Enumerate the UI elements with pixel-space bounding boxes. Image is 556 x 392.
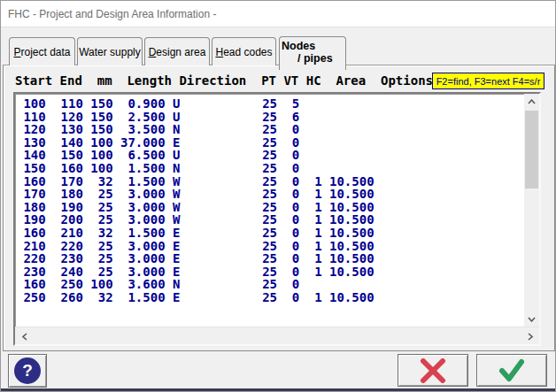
tab-head-codes[interactable]: Head codes bbox=[212, 37, 276, 65]
grid-row[interactable]: 110 120 150 2.500 U 25 6 bbox=[16, 111, 521, 124]
grid-row[interactable]: 160 250 100 3.600 N 25 0 bbox=[16, 278, 521, 291]
function-key-hint: F2=find, F3=next F4=s/r bbox=[432, 73, 544, 89]
cancel-button[interactable] bbox=[398, 354, 468, 387]
tab-design-area[interactable]: Design area bbox=[144, 37, 210, 65]
tab-project-data[interactable]: Project data bbox=[9, 37, 75, 65]
vertical-scrollbar[interactable] bbox=[524, 94, 539, 327]
tab-label: Head codes bbox=[215, 46, 272, 58]
scroll-left-icon[interactable] bbox=[17, 327, 32, 345]
grid-row[interactable]: 160 210 32 1.500 E 25 0 1 10.500 bbox=[16, 227, 521, 240]
tab-label: Project data bbox=[13, 46, 70, 58]
tab-water-supply[interactable]: Water supply bbox=[77, 37, 143, 65]
grid-row[interactable]: 160 170 32 1.500 W 25 0 1 10.500 bbox=[16, 175, 521, 188]
grid-row[interactable]: 250 260 32 1.500 E 25 0 1 10.500 bbox=[16, 291, 521, 304]
horizontal-scrollbar[interactable] bbox=[15, 327, 539, 344]
help-icon: ? bbox=[14, 357, 41, 384]
grid-row[interactable]: 100 110 150 0.900 U 25 5 bbox=[16, 97, 521, 111]
tab-label-line2: / pipes bbox=[282, 52, 342, 65]
ok-button[interactable] bbox=[476, 354, 547, 387]
scroll-up-icon[interactable] bbox=[524, 94, 539, 109]
grid-row[interactable]: 170 180 25 3.000 W 25 0 1 10.500 bbox=[16, 188, 521, 201]
grid-row[interactable]: 150 160 100 1.500 N 25 0 bbox=[16, 162, 521, 175]
nodes-pipes-grid[interactable]: 100 110 150 0.900 U 25 5 110 120 150 2.5… bbox=[13, 92, 541, 346]
vertical-scrollbar-thumb[interactable] bbox=[525, 111, 538, 188]
grid-row[interactable]: 130 140 100 37.000 E 25 0 bbox=[16, 136, 521, 150]
cancel-x-icon bbox=[418, 358, 448, 383]
grid-rows: 100 110 150 0.900 U 25 5 110 120 150 2.5… bbox=[16, 97, 521, 327]
scroll-down-icon[interactable] bbox=[524, 311, 539, 327]
ok-check-icon bbox=[497, 358, 527, 383]
grid-row[interactable]: 230 240 25 3.000 E 25 0 1 10.500 bbox=[16, 265, 521, 279]
grid-row[interactable]: 140 150 100 6.500 U 25 0 bbox=[16, 149, 521, 162]
grid-row[interactable]: 210 220 25 3.000 E 25 0 1 10.500 bbox=[16, 240, 521, 253]
title-bar[interactable]: FHC - Project and Design Area Informatio… bbox=[1, 1, 555, 27]
grid-row[interactable]: 190 200 25 3.000 W 25 0 1 10.500 bbox=[16, 213, 521, 227]
tab-label: Design area bbox=[149, 46, 206, 58]
fhc-window: FHC - Project and Design Area Informatio… bbox=[0, 0, 556, 392]
tab-label: Nodes bbox=[282, 40, 342, 52]
window-title: FHC - Project and Design Area Informatio… bbox=[8, 8, 216, 20]
help-button[interactable]: ? bbox=[8, 354, 47, 388]
grid-row[interactable]: 220 230 25 3.000 E 25 0 1 10.500 bbox=[16, 252, 521, 265]
window-bottom-edge bbox=[1, 388, 555, 391]
scroll-right-icon[interactable] bbox=[522, 327, 537, 345]
grid-row[interactable]: 120 130 150 3.500 N 25 0 bbox=[16, 123, 521, 136]
grid-column-header: Start End mm Length Direction PT VT HC A… bbox=[15, 73, 433, 88]
tab-nodes-pipes[interactable]: Nodes / pipes bbox=[279, 36, 346, 70]
tab-label: Water supply bbox=[79, 46, 141, 58]
grid-row[interactable]: 180 190 25 3.000 W 25 0 1 10.500 bbox=[16, 201, 521, 214]
